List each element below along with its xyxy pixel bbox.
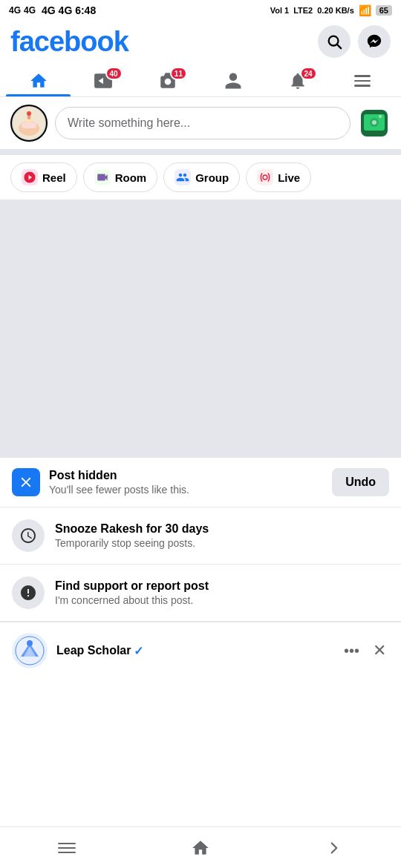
leap-logo-image xyxy=(15,636,45,665)
post-hidden-icon xyxy=(12,468,40,496)
bottom-menu-button[interactable] xyxy=(45,832,89,864)
leap-scholar-card: Leap Scholar ✓ ••• ✕ xyxy=(0,622,401,679)
user-avatar-container[interactable] xyxy=(10,105,48,142)
post-hidden-text: Post hidden You'll see fewer posts like … xyxy=(49,469,323,496)
profile-icon xyxy=(224,71,243,91)
bottom-home-button[interactable] xyxy=(178,832,223,864)
bottom-back-button[interactable] xyxy=(312,832,356,864)
photo-icon xyxy=(359,108,389,138)
leap-card-actions: ••• ✕ xyxy=(341,638,389,663)
post-placeholder: Write something here... xyxy=(68,116,190,130)
room-label: Room xyxy=(115,171,147,184)
post-hidden-title: Post hidden xyxy=(49,469,323,482)
wifi-icon: 📶 xyxy=(359,4,371,16)
leap-scholar-logo xyxy=(12,633,48,668)
tab-notifications[interactable]: 24 xyxy=(265,64,330,96)
group-button[interactable]: Group xyxy=(163,162,240,192)
menu-icon xyxy=(354,75,371,87)
reel-label: Reel xyxy=(42,171,66,184)
post-hidden-notification: Post hidden You'll see fewer posts like … xyxy=(0,458,401,507)
battery-icon: 65 xyxy=(376,5,392,16)
tab-home[interactable] xyxy=(6,64,71,96)
reel-icon xyxy=(22,169,38,185)
verified-checkmark: ✓ xyxy=(134,644,143,658)
report-title: Find support or report post xyxy=(55,579,209,593)
undo-button[interactable]: Undo xyxy=(332,468,389,496)
report-icon-container xyxy=(12,576,45,609)
search-icon xyxy=(326,33,342,50)
nav-tabs: 40 11 24 xyxy=(0,64,401,97)
search-button[interactable] xyxy=(318,25,351,58)
report-text: Find support or report post I'm concerne… xyxy=(55,579,209,606)
vol-label: Vol 1 xyxy=(270,6,289,15)
group-label: Group xyxy=(195,171,229,184)
user-avatar xyxy=(10,105,48,142)
feed-area xyxy=(0,206,401,458)
tab-marketplace[interactable]: 11 xyxy=(136,64,200,96)
bottom-spacer xyxy=(0,679,401,720)
bottom-home-icon xyxy=(191,838,210,858)
snooze-icon-container xyxy=(12,519,45,552)
home-icon xyxy=(29,71,48,91)
more-options-button[interactable]: ••• xyxy=(341,640,362,662)
status-left: 4G 4G 4G 4G 6:48 xyxy=(9,4,96,16)
live-icon xyxy=(257,169,273,185)
room-icon xyxy=(94,169,111,185)
close-leap-card-button[interactable]: ✕ xyxy=(370,638,389,663)
bottom-hamburger-icon xyxy=(58,840,76,856)
clock-icon xyxy=(19,527,37,545)
create-post-area: Write something here... xyxy=(0,97,401,155)
svg-rect-4 xyxy=(22,122,36,128)
facebook-logo: facebook xyxy=(10,26,128,58)
svg-point-12 xyxy=(379,115,382,118)
leap-name-row: Leap Scholar ✓ xyxy=(56,644,332,658)
snooze-subtitle: Temporarily stop seeing posts. xyxy=(55,537,209,549)
reels-badge: 40 xyxy=(105,67,123,80)
x-icon xyxy=(18,474,34,490)
leap-scholar-name: Leap Scholar xyxy=(56,644,131,657)
room-button[interactable]: Room xyxy=(83,162,158,192)
post-hidden-subtitle: You'll see fewer posts like this. xyxy=(49,484,323,496)
svg-line-1 xyxy=(337,45,341,48)
speed-label: 0.20 KB/s xyxy=(317,6,354,15)
report-option[interactable]: Find support or report post I'm concerne… xyxy=(0,565,401,622)
svg-point-14 xyxy=(27,640,33,646)
bottom-nav xyxy=(0,826,401,868)
tab-reels[interactable]: 40 xyxy=(71,64,135,96)
notifications-badge: 24 xyxy=(300,67,317,80)
snooze-title: Snooze Rakesh for 30 days xyxy=(55,522,209,536)
live-button[interactable]: Live xyxy=(246,162,311,192)
header: facebook xyxy=(0,19,401,64)
quick-actions-row: Reel Room Group Live xyxy=(0,155,401,206)
svg-point-7 xyxy=(27,111,31,116)
tab-profile[interactable] xyxy=(200,64,265,96)
time: 4G 4G 6:48 xyxy=(42,4,96,16)
signal-4g-1: 4G xyxy=(9,5,21,16)
group-icon xyxy=(175,169,191,185)
avatar-image xyxy=(12,106,46,140)
svg-point-11 xyxy=(372,120,376,125)
live-label: Live xyxy=(278,171,300,184)
status-right: Vol 1 LTE2 0.20 KB/s 📶 65 xyxy=(270,4,392,16)
alert-icon xyxy=(19,584,37,602)
lte2-label: LTE2 xyxy=(293,6,313,15)
add-photo-button[interactable] xyxy=(358,107,391,139)
post-input[interactable]: Write something here... xyxy=(55,107,351,139)
reel-button[interactable]: Reel xyxy=(10,162,77,192)
messenger-icon xyxy=(366,33,382,50)
back-icon xyxy=(325,838,344,858)
report-subtitle: I'm concerned about this post. xyxy=(55,594,209,606)
messenger-button[interactable] xyxy=(358,25,391,58)
signal-4g-2: 4G xyxy=(24,5,36,16)
status-bar: 4G 4G 4G 4G 6:48 Vol 1 LTE2 0.20 KB/s 📶 … xyxy=(0,0,401,19)
leap-scholar-info: Leap Scholar ✓ xyxy=(56,644,332,658)
tab-menu[interactable] xyxy=(330,68,395,93)
snooze-option[interactable]: Snooze Rakesh for 30 days Temporarily st… xyxy=(0,507,401,565)
header-icons xyxy=(318,25,391,58)
snooze-text: Snooze Rakesh for 30 days Temporarily st… xyxy=(55,522,209,549)
marketplace-badge: 11 xyxy=(170,67,187,80)
